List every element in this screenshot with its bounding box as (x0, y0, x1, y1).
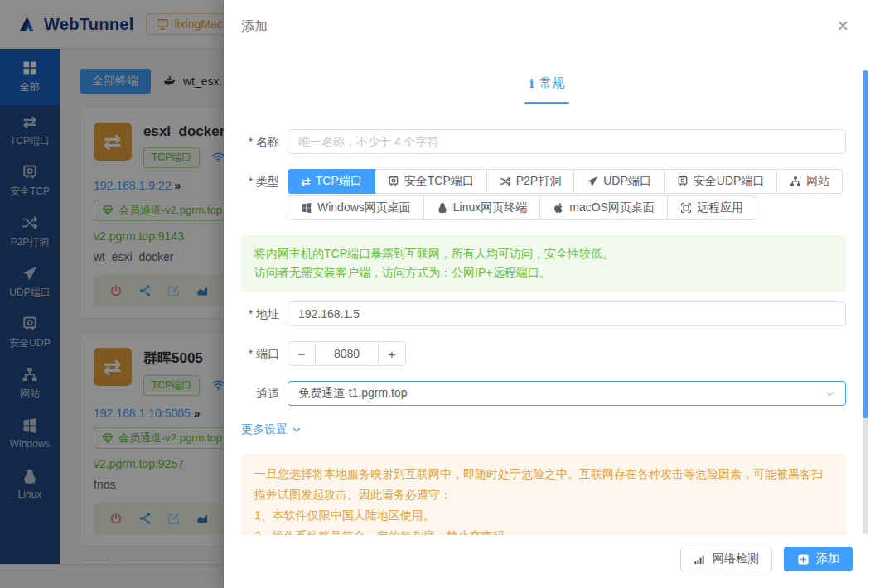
chevron-down-icon (292, 425, 302, 435)
drawer-footer: 网络检测 添加 (224, 535, 870, 588)
name-input[interactable] (288, 129, 846, 154)
port-row: * 端口 − 8080 + (241, 341, 846, 366)
info-line: 将内网主机的TCP端口暴露到互联网，所有人均可访问，安全性较低。 (254, 244, 833, 263)
type-option-website[interactable]: 网站 (776, 169, 843, 194)
close-icon[interactable]: × (838, 18, 848, 33)
tab-general[interactable]: i 常规 (529, 75, 565, 91)
type-option-tcp-port[interactable]: ⇄ TCP端口 (288, 169, 375, 194)
type-option-udp-port[interactable]: UDP端口 (573, 169, 665, 194)
security-warning-alert: 一旦您选择将本地服务映射到互联网中，即随时处于危险之中。互联网存在各种攻击等危险… (241, 454, 846, 538)
safe-icon (677, 176, 689, 187)
active-tab-underline (524, 102, 569, 104)
channel-selected-value: 免费通道-t1.pgrm.top (298, 386, 407, 401)
port-increment-button[interactable]: + (378, 342, 405, 365)
warning-line: 一旦您选择将本地服务映射到互联网中，即随时处于危险之中。互联网存在各种攻击等危险… (254, 464, 833, 505)
address-row: * 地址 (241, 301, 846, 326)
sitemap-icon (790, 176, 801, 187)
chevron-down-icon (824, 388, 835, 399)
channel-row: 通道 免费通道-t1.pgrm.top (241, 381, 846, 406)
type-label: * 类型 (241, 169, 279, 220)
address-input[interactable] (288, 301, 846, 326)
name-label: * 名称 (241, 129, 279, 154)
shuffle-icon (500, 176, 511, 187)
plus-square-icon (797, 553, 810, 566)
channel-label: 通道 (241, 381, 279, 406)
type-option-secure-udp-port[interactable]: 安全UDP端口 (664, 169, 778, 194)
type-row: * 类型 ⇄ TCP端口 安全TCP端口 P2P打洞 (241, 169, 846, 220)
type-option-macos-desktop[interactable]: macOS网页桌面 (539, 195, 668, 220)
apple-icon (553, 202, 564, 214)
drawer-title: 添加 (241, 18, 268, 36)
swap-arrows-icon: ⇄ (301, 176, 311, 187)
add-submit-button[interactable]: 添加 (784, 547, 853, 571)
type-info-alert: 将内网主机的TCP端口暴露到互联网，所有人均可访问，安全性较低。 访问者无需安装… (241, 235, 846, 292)
info-line: 访问者无需安装客户端，访问方式为：公网IP+远程端口。 (254, 263, 833, 282)
add-drawer: 添加 × i 常规 * 名称 * 类型 ⇄ TCP端口 (224, 0, 870, 588)
type-option-secure-tcp-port[interactable]: 安全TCP端口 (375, 169, 487, 194)
remote-app-icon (680, 202, 692, 214)
network-check-button[interactable]: 网络检测 (680, 547, 772, 571)
signal-bars-icon (694, 553, 706, 566)
port-label: * 端口 (241, 341, 279, 366)
address-label: * 地址 (241, 301, 279, 326)
tab-general-label: 常规 (539, 75, 564, 91)
type-option-linux-terminal[interactable]: Linux网页终端 (423, 195, 540, 220)
channel-select[interactable]: 免费通道-t1.pgrm.top (288, 381, 846, 406)
warning-line: 1、本软件仅限中国大陆地区使用。 (254, 505, 833, 526)
name-row: * 名称 (241, 129, 846, 154)
more-settings-link[interactable]: 更多设置 (241, 422, 302, 437)
info-icon: i (529, 76, 534, 91)
port-decrement-button[interactable]: − (288, 342, 316, 365)
port-value[interactable]: 8080 (316, 342, 378, 365)
type-option-windows-desktop[interactable]: Windows网页桌面 (288, 195, 424, 220)
linux-penguin-icon (437, 202, 448, 214)
safe-icon (388, 176, 399, 187)
drawer-header: 添加 × (224, 0, 870, 36)
rocket-icon (587, 176, 598, 187)
drawer-scrollbar-thumb[interactable] (863, 70, 868, 418)
type-option-p2p[interactable]: P2P打洞 (486, 169, 574, 194)
add-form: * 名称 * 类型 ⇄ TCP端口 安全TCP端口 (224, 123, 870, 538)
drawer-tabs: i 常规 (224, 75, 870, 104)
port-stepper: − 8080 + (288, 341, 406, 366)
type-option-remote-app[interactable]: 远程应用 (667, 195, 756, 220)
windows-icon (301, 202, 312, 214)
